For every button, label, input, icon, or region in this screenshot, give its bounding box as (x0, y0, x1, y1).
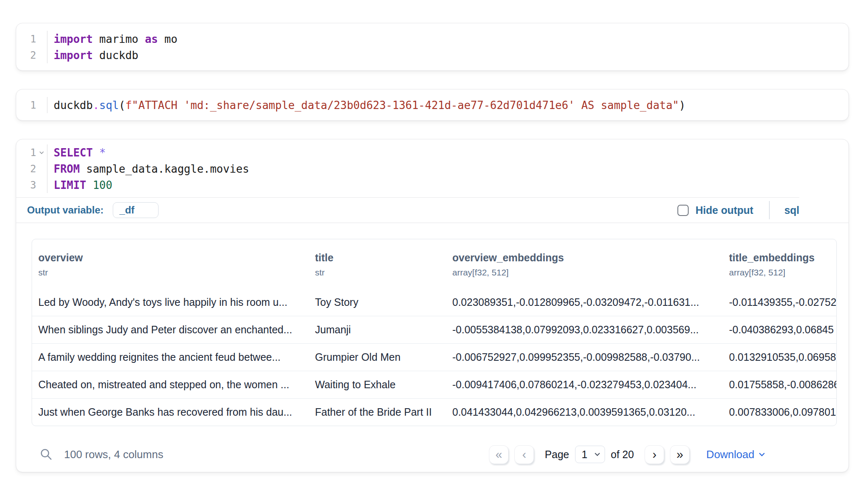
cell-sql-query: 1SELECT *2FROM sample_data.kaggle.movies… (16, 139, 849, 472)
table-header-row: overviewstrtitlestroverview_embeddingsar… (32, 239, 836, 288)
row-count-summary: 100 rows, 4 columns (64, 448, 163, 461)
table-cell: -0.006752927,0.099952355,-0.009982588,-0… (452, 351, 729, 363)
table-cell: 0.007833006,0.097801 (729, 406, 836, 418)
column-header-overview[interactable]: overviewstr (32, 252, 315, 278)
column-type: array[f32, 512] (729, 268, 836, 278)
table-cell: -0.009417406,0.07860214,-0.023279453,0.0… (452, 379, 729, 391)
table-footer: 100 rows, 4 columns « ‹ Page 1 of 20 › »… (16, 426, 848, 472)
search-icon[interactable] (40, 448, 52, 461)
cell-imports: 1import marimo as mo2import duckdb (16, 23, 849, 71)
hide-output-label: Hide output (696, 204, 754, 216)
line-number: 1 (16, 144, 47, 161)
table-cell: Toy Story (315, 296, 452, 308)
results-table: overviewstrtitlestroverview_embeddingsar… (32, 239, 837, 426)
table-cell: Waiting to Exhale (315, 379, 452, 391)
table-row[interactable]: Just when George Banks has recovered fro… (32, 398, 836, 426)
table-cell: -0.0055384138,0.07992093,0.023316627,0.0… (452, 324, 729, 336)
table-row[interactable]: Cheated on, mistreated and stepped on, t… (32, 371, 836, 398)
table-cell: Jumanji (315, 324, 452, 336)
code-line[interactable]: 3LIMIT 100 (16, 177, 848, 193)
code-line[interactable]: 1duckdb.sql(f"ATTACH 'md:_share/sample_d… (16, 97, 848, 113)
fold-chevron-icon[interactable] (39, 151, 44, 154)
code-line[interactable]: 2import duckdb (16, 47, 848, 63)
attach-code-editor[interactable]: 1duckdb.sql(f"ATTACH 'md:_share/sample_d… (16, 89, 848, 120)
table-cell: 0.0132910535,0.06958 (729, 351, 836, 363)
line-number: 2 (16, 47, 47, 63)
next-page-button[interactable]: › (645, 445, 664, 464)
cell-attach: 1duckdb.sql(f"ATTACH 'md:_share/sample_d… (16, 89, 849, 121)
first-page-button[interactable]: « (489, 445, 508, 464)
download-label: Download (706, 448, 754, 461)
table-cell: -0.040386293,0.06845 (729, 324, 836, 336)
download-button[interactable]: Download (706, 448, 765, 461)
code-text: import duckdb (47, 49, 139, 62)
last-page-button[interactable]: » (670, 445, 689, 464)
column-name: overview_embeddings (452, 252, 729, 264)
table-cell: -0.011439355,-0.02752 (729, 296, 836, 308)
sql-code-editor[interactable]: 1SELECT *2FROM sample_data.kaggle.movies… (16, 139, 848, 197)
chevron-down-icon (594, 452, 600, 456)
table-cell: Cheated on, mistreated and stepped on, t… (32, 379, 315, 391)
code-line[interactable]: 2FROM sample_data.kaggle.movies (16, 161, 848, 177)
page-number-select[interactable]: 1 (575, 446, 605, 463)
table-cell: 0.01755858,-0.0086286 (729, 379, 836, 391)
column-name: title_embeddings (729, 252, 836, 264)
code-text: FROM sample_data.kaggle.movies (47, 163, 249, 175)
table-cell: 0.041433044,0.042966213,0.0039591365,0.0… (452, 406, 729, 418)
column-type: str (38, 268, 315, 278)
output-variable-input[interactable]: _df (113, 202, 159, 218)
marimo-notebook: 1import marimo as mo2import duckdb 1duck… (0, 0, 868, 472)
table-cell: 0.023089351,-0.012809965,-0.03209472,-0.… (452, 296, 729, 308)
page-number-value: 1 (582, 449, 594, 461)
code-line[interactable]: 1import marimo as mo (16, 31, 848, 47)
table-cell: Father of the Bride Part II (315, 406, 452, 418)
table-container: overviewstrtitlestroverview_embeddingsar… (32, 239, 836, 426)
code-line[interactable]: 1SELECT * (16, 144, 848, 161)
language-toggle-sql[interactable]: sql (784, 204, 799, 216)
code-text: LIMIT 100 (47, 179, 112, 191)
sql-cell-toolbar: Output variable: _df Hide output sql (16, 198, 848, 223)
table-cell: Grumpier Old Men (315, 351, 452, 363)
table-cell: Just when George Banks has recovered fro… (32, 406, 315, 418)
column-type: str (315, 268, 452, 278)
table-cell: Led by Woody, Andy's toys live happily i… (32, 296, 315, 308)
pagination: « ‹ Page 1 of 20 › » Download (489, 445, 765, 464)
imports-code-editor[interactable]: 1import marimo as mo2import duckdb (16, 23, 848, 70)
chevron-down-icon (759, 452, 765, 457)
line-number: 1 (16, 31, 47, 47)
line-number: 1 (16, 97, 47, 113)
table-cell: When siblings Judy and Peter discover an… (32, 324, 315, 336)
page-total-label: of 20 (611, 449, 634, 461)
page-label: Page (545, 449, 569, 461)
table-row[interactable]: When siblings Judy and Peter discover an… (32, 316, 836, 343)
column-name: title (315, 252, 452, 264)
column-name: overview (38, 252, 315, 264)
line-number: 3 (16, 177, 47, 193)
column-header-overview_embeddings[interactable]: overview_embeddingsarray[f32, 512] (452, 252, 729, 278)
toolbar-divider (769, 201, 770, 219)
code-text: duckdb.sql(f"ATTACH 'md:_share/sample_da… (47, 99, 685, 112)
table-row[interactable]: Led by Woody, Andy's toys live happily i… (32, 288, 836, 316)
column-header-title[interactable]: titlestr (315, 252, 452, 278)
line-number: 2 (16, 161, 47, 177)
prev-page-button[interactable]: ‹ (514, 445, 534, 464)
hide-output-checkbox[interactable] (677, 205, 689, 216)
column-header-title_embeddings[interactable]: title_embeddingsarray[f32, 512] (729, 252, 836, 278)
output-variable-label: Output variable: (27, 204, 104, 216)
code-text: SELECT * (47, 146, 106, 159)
code-text: import marimo as mo (47, 33, 177, 45)
table-cell: A family wedding reignites the ancient f… (32, 351, 315, 363)
output-divider (16, 223, 848, 223)
table-row[interactable]: A family wedding reignites the ancient f… (32, 343, 836, 371)
column-type: array[f32, 512] (452, 268, 729, 278)
